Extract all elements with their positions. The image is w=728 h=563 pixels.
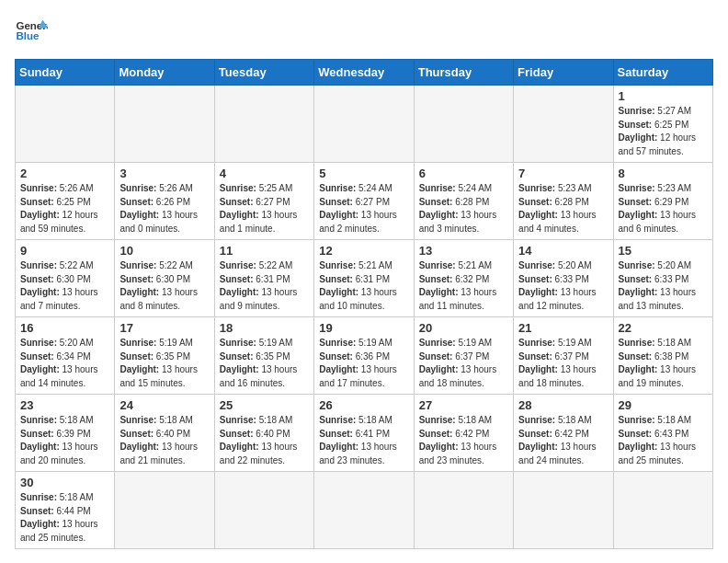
weekday-header-thursday: Thursday [414,60,513,86]
logo: General Blue [15,15,48,48]
calendar-cell: 9Sunrise: 5:22 AMSunset: 6:30 PMDaylight… [16,240,115,317]
calendar-cell: 2Sunrise: 5:26 AMSunset: 6:25 PMDaylight… [16,163,115,240]
day-info: Sunrise: 5:20 AMSunset: 6:33 PMDaylight:… [619,259,708,313]
calendar-cell: 22Sunrise: 5:18 AMSunset: 6:38 PMDayligh… [613,317,712,395]
calendar-week-row: 30Sunrise: 5:18 AMSunset: 6:44 PMDayligh… [16,472,713,549]
day-number: 10 [119,244,209,258]
day-info: Sunrise: 5:18 AMSunset: 6:39 PMDaylight:… [20,414,109,467]
day-info: Sunrise: 5:26 AMSunset: 6:26 PMDaylight:… [119,182,209,236]
day-number: 30 [20,476,109,489]
calendar-cell: 8Sunrise: 5:23 AMSunset: 6:29 PMDaylight… [613,163,712,240]
calendar-cell: 20Sunrise: 5:19 AMSunset: 6:37 PMDayligh… [414,317,513,395]
calendar-cell: 16Sunrise: 5:20 AMSunset: 6:34 PMDayligh… [16,317,115,395]
calendar-cell [214,472,313,549]
calendar-cell: 17Sunrise: 5:19 AMSunset: 6:35 PMDayligh… [115,317,214,395]
calendar-week-row: 9Sunrise: 5:22 AMSunset: 6:30 PMDaylight… [16,240,713,317]
day-number: 12 [319,244,408,258]
calendar-cell [514,472,613,549]
day-info: Sunrise: 5:19 AMSunset: 6:37 PMDaylight:… [518,337,608,390]
day-info: Sunrise: 5:26 AMSunset: 6:25 PMDaylight:… [20,182,109,236]
calendar-cell: 13Sunrise: 5:21 AMSunset: 6:32 PMDayligh… [414,240,513,317]
calendar-cell [314,472,414,549]
calendar-cell [613,472,712,549]
calendar-week-row: 2Sunrise: 5:26 AMSunset: 6:25 PMDaylight… [16,163,713,240]
day-number: 28 [518,398,608,412]
weekday-header-sunday: Sunday [16,60,115,86]
day-info: Sunrise: 5:22 AMSunset: 6:30 PMDaylight:… [20,259,109,313]
calendar-cell [414,472,513,549]
day-number: 17 [119,321,209,335]
day-info: Sunrise: 5:18 AMSunset: 6:42 PMDaylight:… [518,414,608,467]
calendar-cell [314,86,414,163]
svg-text:Blue: Blue [16,30,40,41]
day-number: 27 [419,398,508,412]
calendar-cell: 5Sunrise: 5:24 AMSunset: 6:27 PMDaylight… [314,163,414,240]
header: General Blue [15,15,713,48]
calendar-cell: 29Sunrise: 5:18 AMSunset: 6:43 PMDayligh… [613,395,712,472]
day-number: 22 [619,321,708,335]
day-info: Sunrise: 5:18 AMSunset: 6:40 PMDaylight:… [220,414,309,467]
day-info: Sunrise: 5:18 AMSunset: 6:42 PMDaylight:… [419,414,508,467]
calendar-cell [414,86,513,163]
day-info: Sunrise: 5:22 AMSunset: 6:30 PMDaylight:… [119,259,209,313]
day-info: Sunrise: 5:21 AMSunset: 6:31 PMDaylight:… [319,259,408,313]
calendar-week-row: 1Sunrise: 5:27 AMSunset: 6:25 PMDaylight… [16,86,713,163]
calendar-cell: 18Sunrise: 5:19 AMSunset: 6:35 PMDayligh… [214,317,313,395]
day-info: Sunrise: 5:24 AMSunset: 6:28 PMDaylight:… [419,182,508,236]
calendar-cell: 19Sunrise: 5:19 AMSunset: 6:36 PMDayligh… [314,317,414,395]
day-info: Sunrise: 5:22 AMSunset: 6:31 PMDaylight:… [220,259,309,313]
day-info: Sunrise: 5:23 AMSunset: 6:29 PMDaylight:… [619,182,708,236]
day-info: Sunrise: 5:19 AMSunset: 6:35 PMDaylight:… [220,337,309,390]
day-number: 25 [220,398,309,412]
calendar-cell: 4Sunrise: 5:25 AMSunset: 6:27 PMDaylight… [214,163,313,240]
weekday-header-wednesday: Wednesday [314,60,414,86]
calendar-cell: 3Sunrise: 5:26 AMSunset: 6:26 PMDaylight… [115,163,214,240]
day-info: Sunrise: 5:19 AMSunset: 6:37 PMDaylight:… [419,337,508,390]
calendar-cell: 10Sunrise: 5:22 AMSunset: 6:30 PMDayligh… [115,240,214,317]
calendar-cell: 24Sunrise: 5:18 AMSunset: 6:40 PMDayligh… [115,395,214,472]
calendar-cell: 30Sunrise: 5:18 AMSunset: 6:44 PMDayligh… [16,472,115,549]
day-info: Sunrise: 5:19 AMSunset: 6:36 PMDaylight:… [319,337,408,390]
day-number: 1 [619,89,708,103]
day-number: 7 [518,167,608,180]
calendar-cell [115,472,214,549]
calendar-cell [514,86,613,163]
day-number: 3 [119,167,209,180]
day-number: 21 [518,321,608,335]
day-info: Sunrise: 5:20 AMSunset: 6:33 PMDaylight:… [518,259,608,313]
calendar-cell: 6Sunrise: 5:24 AMSunset: 6:28 PMDaylight… [414,163,513,240]
day-info: Sunrise: 5:27 AMSunset: 6:25 PMDaylight:… [619,105,708,158]
day-info: Sunrise: 5:18 AMSunset: 6:38 PMDaylight:… [619,337,708,390]
day-number: 15 [619,244,708,258]
day-info: Sunrise: 5:19 AMSunset: 6:35 PMDaylight:… [119,337,209,390]
calendar-cell: 15Sunrise: 5:20 AMSunset: 6:33 PMDayligh… [613,240,712,317]
calendar-cell: 25Sunrise: 5:18 AMSunset: 6:40 PMDayligh… [214,395,313,472]
day-number: 13 [419,244,508,258]
day-number: 26 [319,398,408,412]
day-info: Sunrise: 5:18 AMSunset: 6:41 PMDaylight:… [319,414,408,467]
weekday-header-tuesday: Tuesday [214,60,313,86]
day-info: Sunrise: 5:24 AMSunset: 6:27 PMDaylight:… [319,182,408,236]
day-number: 24 [119,398,209,412]
day-number: 16 [20,321,109,335]
day-number: 9 [20,244,109,258]
calendar-cell [214,86,313,163]
day-number: 18 [220,321,309,335]
calendar-cell: 12Sunrise: 5:21 AMSunset: 6:31 PMDayligh… [314,240,414,317]
weekday-header-friday: Friday [514,60,613,86]
calendar-cell [115,86,214,163]
day-info: Sunrise: 5:20 AMSunset: 6:34 PMDaylight:… [20,337,109,390]
day-number: 14 [518,244,608,258]
weekday-header-row: SundayMondayTuesdayWednesdayThursdayFrid… [16,60,713,86]
day-number: 6 [419,167,508,180]
day-info: Sunrise: 5:25 AMSunset: 6:27 PMDaylight:… [220,182,309,236]
day-info: Sunrise: 5:18 AMSunset: 6:43 PMDaylight:… [619,414,708,467]
day-number: 5 [319,167,408,180]
day-number: 29 [619,398,708,412]
day-number: 4 [220,167,309,180]
calendar-cell: 21Sunrise: 5:19 AMSunset: 6:37 PMDayligh… [514,317,613,395]
day-number: 23 [20,398,109,412]
day-info: Sunrise: 5:18 AMSunset: 6:40 PMDaylight:… [119,414,209,467]
calendar-cell: 28Sunrise: 5:18 AMSunset: 6:42 PMDayligh… [514,395,613,472]
calendar-week-row: 23Sunrise: 5:18 AMSunset: 6:39 PMDayligh… [16,395,713,472]
